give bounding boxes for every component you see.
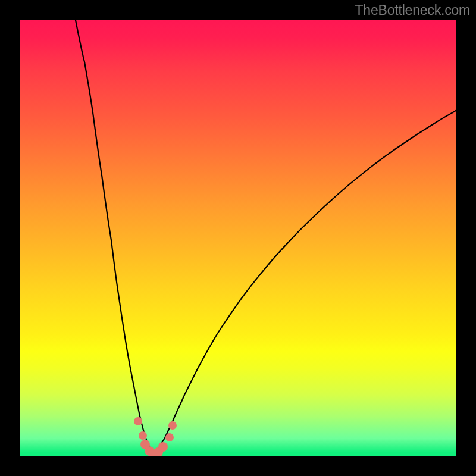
marker-layer [134, 417, 177, 456]
marker-dot [168, 421, 177, 430]
left-descent-curve [76, 20, 154, 455]
marker-dot [134, 417, 142, 425]
marker-dot [165, 433, 174, 441]
plot-area [20, 20, 456, 456]
watermark-text: TheBottleneck.com [355, 2, 470, 18]
marker-dot [158, 442, 168, 452]
chart-frame: TheBottleneck.com [0, 0, 476, 476]
curve-layer [76, 20, 456, 455]
chart-svg [20, 20, 456, 456]
marker-dot [139, 431, 147, 440]
right-ascent-curve [155, 111, 456, 455]
